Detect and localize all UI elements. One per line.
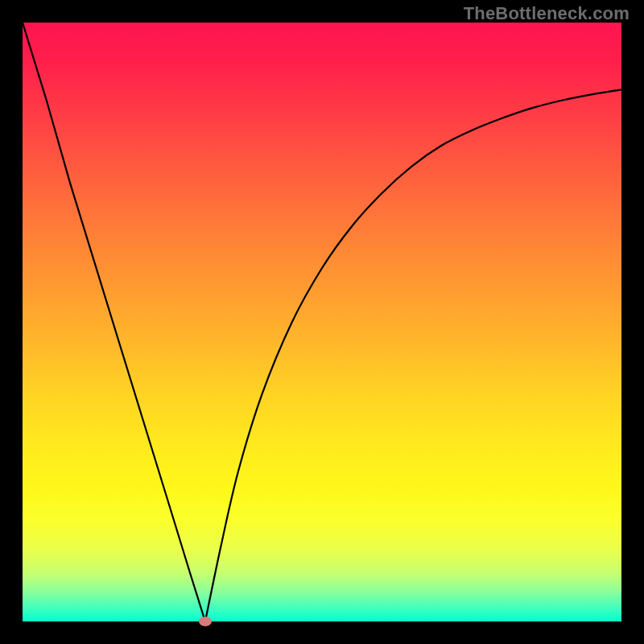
optimal-point-marker bbox=[199, 617, 212, 626]
plot-area bbox=[23, 23, 621, 621]
bottleneck-curve bbox=[23, 23, 621, 621]
chart-frame: TheBottleneck.com bbox=[0, 0, 644, 644]
watermark-text: TheBottleneck.com bbox=[464, 3, 630, 24]
